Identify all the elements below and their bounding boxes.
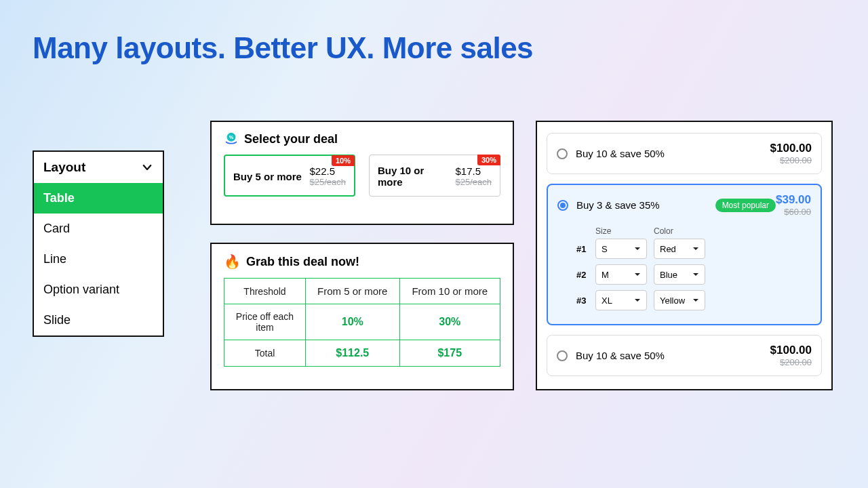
deal-price-old: $25/each (310, 177, 347, 187)
option-row-index: #1 (576, 244, 589, 254)
caret-down-icon (692, 297, 699, 304)
layout-dropdown[interactable]: Layout Table Card Line Option variant Sl… (33, 150, 164, 337)
table-cell: 30% (399, 304, 500, 340)
layout-option-slide[interactable]: Slide (34, 305, 163, 336)
radio-icon[interactable] (557, 350, 568, 361)
variant-price-old: $200.00 (770, 155, 812, 165)
option-row-index: #3 (576, 296, 589, 306)
option-row-index: #2 (576, 270, 589, 280)
radio-icon[interactable] (557, 148, 568, 159)
grab-deal-panel: 🔥 Grab this deal now! Threshold From 5 o… (210, 243, 514, 390)
deal-percent-icon: % (224, 131, 239, 146)
variant-option-1[interactable]: Buy 10 & save 50% $100.00 $200.00 (547, 133, 822, 174)
svg-text:%: % (229, 134, 234, 140)
variant-price-current: $100.00 (770, 344, 812, 357)
deal-price-old: $25/each (456, 177, 492, 187)
deal-card-label: Buy 5 or more (233, 171, 303, 182)
table-header-tier1: From 5 or more (306, 279, 400, 304)
fire-icon: 🔥 (224, 253, 241, 270)
layout-dropdown-header[interactable]: Layout (34, 152, 163, 183)
table-cell: $175 (399, 340, 500, 367)
select-deal-panel: % Select your deal 10% Buy 5 or more $22… (210, 121, 514, 225)
caret-down-icon (692, 245, 699, 252)
table-cell: 10% (306, 304, 400, 340)
table-row: Total $112.5 $175 (224, 340, 500, 367)
table-cell: $112.5 (306, 340, 400, 367)
most-popular-badge: Most popular (715, 199, 776, 212)
table-row-label: Price off each item (224, 304, 306, 340)
deal-card-label: Buy 10 or more (378, 165, 449, 188)
layout-option-option-variant[interactable]: Option variant (34, 274, 163, 305)
grab-deal-title: Grab this deal now! (246, 255, 359, 269)
layout-option-table[interactable]: Table (34, 183, 163, 214)
chevron-down-icon (141, 161, 153, 174)
table-row-label: Total (224, 340, 306, 367)
caret-down-icon (692, 271, 699, 278)
table-header-tier2: From 10 or more (399, 279, 500, 304)
caret-down-icon (634, 245, 641, 252)
options-header-size: Size (595, 226, 647, 236)
variant-option-2[interactable]: Buy 3 & save 35% Most popular $39.00 $60… (547, 184, 822, 325)
deal-card-1[interactable]: 10% Buy 5 or more $22.5 $25/each (224, 155, 355, 197)
variant-label: Buy 10 & save 50% (576, 350, 770, 361)
deal-price-current: $22.5 (310, 165, 347, 177)
size-select[interactable]: S (595, 239, 647, 259)
caret-down-icon (634, 271, 641, 278)
caret-down-icon (634, 297, 641, 304)
variant-price-old: $60.00 (776, 207, 811, 217)
variant-label: Buy 3 & save 35% (576, 199, 709, 211)
deal-badge: 10% (332, 155, 355, 166)
color-select[interactable]: Red (654, 239, 705, 259)
variant-label: Buy 10 & save 50% (576, 148, 770, 159)
deal-price-current: $17.5 (456, 165, 492, 177)
variant-selector-panel: Buy 10 & save 50% $100.00 $200.00 Buy 3 … (536, 121, 833, 390)
color-select[interactable]: Yellow (654, 290, 705, 310)
layout-option-line[interactable]: Line (34, 244, 163, 274)
deal-card-2[interactable]: 30% Buy 10 or more $17.5 $25/each (369, 155, 500, 197)
size-select[interactable]: M (595, 264, 647, 285)
options-header-color: Color (654, 226, 705, 236)
layout-option-card[interactable]: Card (34, 214, 163, 244)
page-headline: Many layouts. Better UX. More sales (33, 31, 533, 65)
variant-price-current: $100.00 (770, 142, 812, 155)
size-select[interactable]: XL (595, 290, 647, 310)
color-select[interactable]: Blue (654, 264, 705, 285)
variant-price-current: $39.00 (776, 193, 811, 207)
select-deal-title: Select your deal (244, 132, 338, 146)
table-header-threshold: Threshold (224, 279, 306, 304)
table-row: Price off each item 10% 30% (224, 304, 500, 340)
radio-icon[interactable] (557, 200, 568, 211)
deal-badge: 30% (477, 155, 500, 165)
deal-table: Threshold From 5 or more From 10 or more… (224, 278, 500, 367)
variant-price-old: $200.00 (770, 357, 812, 367)
variant-option-3[interactable]: Buy 10 & save 50% $100.00 $200.00 (547, 335, 822, 376)
layout-dropdown-label: Layout (43, 160, 85, 175)
